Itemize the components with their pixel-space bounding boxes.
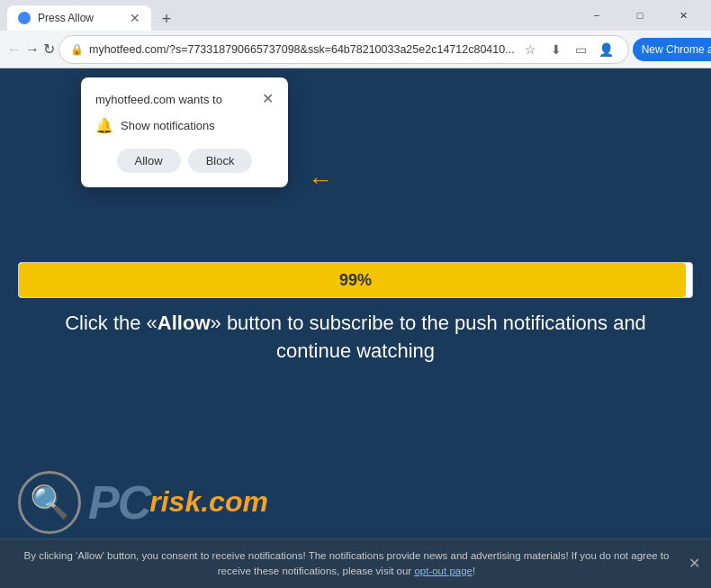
bottom-bar: By clicking 'Allow' button, you consent … <box>0 538 711 589</box>
window-controls: − □ ✕ <box>576 0 704 31</box>
allow-button[interactable]: Allow <box>117 149 181 173</box>
bookmark-icon[interactable]: ☆ <box>520 39 542 60</box>
progress-bar-container: 99% <box>18 262 693 298</box>
bottom-bar-text: By clicking 'Allow' button, you consent … <box>24 550 670 576</box>
bottom-bar-close-button[interactable]: ✕ <box>688 553 700 574</box>
reload-button[interactable]: ↻ <box>43 35 55 64</box>
progress-text: 99% <box>339 271 372 290</box>
security-icon: 🔒 <box>70 43 84 56</box>
popup-buttons: Allow Block <box>95 149 274 173</box>
logo-section: 🔍 PCrisk.com <box>18 471 268 534</box>
forward-button[interactable]: → <box>25 35 40 64</box>
opt-out-link[interactable]: opt-out page <box>414 565 472 576</box>
minimize-button[interactable]: − <box>576 0 617 31</box>
popup-close-button[interactable]: ✕ <box>262 92 274 106</box>
browser-window: Press Allow ✕ + − □ ✕ ← → ↻ 🔒 myhotfeed.… <box>0 0 711 588</box>
title-bar: Press Allow ✕ + − □ ✕ <box>0 0 711 31</box>
bottom-bar-text-end: ! <box>472 565 475 576</box>
new-tab-button[interactable]: + <box>155 7 178 31</box>
tab-title: Press Allow <box>38 12 122 24</box>
bell-icon: 🔔 <box>95 117 113 134</box>
navigation-bar: ← → ↻ 🔒 myhotfeed.com/?s=773318790665737… <box>0 31 711 68</box>
page-content: myhotfeed.com wants to ✕ 🔔 Show notifica… <box>0 68 711 588</box>
download-icon[interactable]: ⬇ <box>545 39 567 60</box>
main-text: Click the «Allow» button to subscribe to… <box>54 310 657 366</box>
new-chrome-button[interactable]: New Chrome available <box>633 38 711 61</box>
active-tab[interactable]: Press Allow ✕ <box>7 5 151 31</box>
notification-popup: myhotfeed.com wants to ✕ 🔔 Show notifica… <box>81 77 288 187</box>
notification-row: 🔔 Show notifications <box>95 117 274 134</box>
magnify-icon: 🔍 <box>30 484 70 521</box>
logo-text-area: PCrisk.com <box>88 479 268 526</box>
tab-bar: Press Allow ✕ + <box>7 0 571 31</box>
address-bar[interactable]: 🔒 myhotfeed.com/?s=773318790665737098&ss… <box>58 35 629 64</box>
maximize-button[interactable]: □ <box>619 0 661 31</box>
pc-logo-text: PC <box>88 476 149 529</box>
close-button[interactable]: ✕ <box>662 0 704 31</box>
arrow-indicator: ← <box>308 166 333 194</box>
back-button[interactable]: ← <box>7 35 22 64</box>
show-notifications-text: Show notifications <box>121 119 215 132</box>
tab-favicon <box>18 12 31 24</box>
url-text: myhotfeed.com/?s=773318790665737098&ssk=… <box>89 43 515 56</box>
address-actions: ☆ ⬇ ▭ 👤 <box>520 39 617 60</box>
cast-icon[interactable]: ▭ <box>571 39 592 60</box>
popup-header: myhotfeed.com wants to ✕ <box>95 92 274 106</box>
block-button[interactable]: Block <box>188 149 253 173</box>
profile-icon[interactable]: 👤 <box>596 39 617 60</box>
tab-close-button[interactable]: ✕ <box>130 12 140 24</box>
logo-circle: 🔍 <box>18 471 81 534</box>
toolbar-right: New Chrome available ⋮ <box>633 35 711 64</box>
progress-section: 99% <box>0 262 711 298</box>
risk-logo-text: risk.com <box>149 485 268 518</box>
popup-title: myhotfeed.com wants to <box>95 93 222 106</box>
main-text-section: Click the «Allow» button to subscribe to… <box>0 310 711 366</box>
